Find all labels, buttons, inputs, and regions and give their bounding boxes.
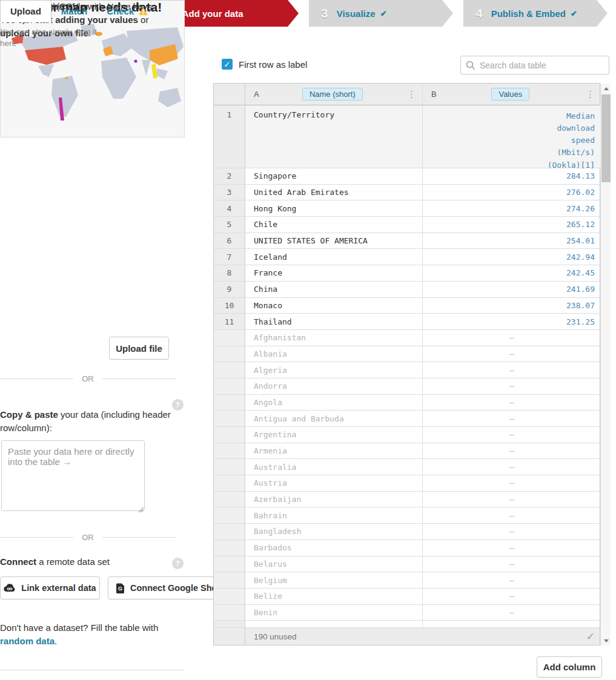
cell-value[interactable]: – (423, 475, 601, 491)
cell-value[interactable]: – (423, 378, 601, 394)
cell-value[interactable]: – (423, 492, 601, 507)
cell-value[interactable]: 274.26 (423, 200, 601, 216)
cell-name[interactable]: Thailand (245, 314, 423, 329)
search-input[interactable] (480, 56, 609, 74)
cell-value[interactable]: – (423, 572, 601, 588)
scroll-up-arrow[interactable] (601, 84, 611, 93)
cell-name[interactable]: United Arab Emirates (245, 185, 423, 200)
table-row[interactable]: 5Chile265.12 (214, 217, 600, 233)
cell-value[interactable]: 241.69 (423, 282, 601, 297)
table-row-unused[interactable]: Australia– (214, 459, 600, 475)
cell-value[interactable]: – (423, 459, 601, 475)
cell-name[interactable]: Australia (245, 459, 423, 475)
cell-name[interactable]: Armenia (245, 443, 423, 459)
cell-name[interactable]: Iceland (245, 249, 423, 265)
cell-name[interactable]: Afghanistan (245, 330, 423, 346)
table-row-unused[interactable]: Barbados– (214, 540, 600, 556)
cell-value[interactable]: 284.13 (423, 168, 601, 184)
connect-google-sheet-button[interactable]: G Connect Google Sheet (108, 576, 213, 599)
column-type-badge[interactable]: Values (491, 88, 529, 101)
cell-value[interactable]: 265.12 (423, 217, 601, 233)
table-row[interactable]: 9China241.69 (214, 282, 600, 298)
cell-name[interactable]: Monaco (245, 298, 423, 314)
cell-name[interactable]: Barbados (245, 540, 423, 556)
table-label-row[interactable]: 1 Country/Territory Median download spee… (214, 105, 600, 168)
table-row-unused[interactable]: Benin– (214, 605, 600, 621)
cell-name[interactable]: Belize (245, 589, 423, 604)
first-row-as-label-toggle[interactable]: ✓ First row as label (222, 59, 307, 70)
cell-value[interactable]: – (423, 362, 601, 378)
column-menu-icon[interactable]: ⋮ (585, 89, 596, 100)
table-row-unused[interactable]: Bangladesh– (214, 524, 600, 540)
table-row-unused[interactable]: Belgium– (214, 572, 600, 589)
cell-name[interactable]: Bangladesh (245, 524, 423, 540)
cell-name[interactable]: Singapore (245, 168, 423, 184)
table-row-unused[interactable]: Antigua and Barbuda– (214, 411, 600, 427)
cell-name[interactable]: Hong Kong (245, 200, 423, 216)
table-row[interactable]: 7Iceland242.94 (214, 249, 600, 265)
table-row[interactable]: 3United Arab Emirates276.02 (214, 185, 600, 201)
cell-value[interactable]: 242.45 (423, 265, 601, 281)
cell-name[interactable]: Argentina (245, 427, 423, 443)
help-icon[interactable]: ? (172, 558, 184, 569)
table-row-unused[interactable]: Armenia– (214, 443, 600, 460)
table-row-unused[interactable]: Argentina– (214, 427, 600, 443)
cell-value[interactable]: – (423, 427, 601, 443)
column-menu-icon[interactable]: ⋮ (406, 89, 417, 100)
cell-name[interactable]: Algeria (245, 362, 423, 378)
column-type-badge[interactable]: Name (short) (302, 88, 363, 101)
table-row-unused[interactable]: Albania– (214, 346, 600, 363)
cell-value[interactable]: 238.07 (423, 298, 601, 314)
cell-name[interactable]: Belarus (245, 556, 423, 572)
add-column-button[interactable]: Add column (537, 656, 602, 678)
cell-name[interactable]: Chile (245, 217, 423, 233)
random-data-link[interactable]: random data (0, 636, 55, 646)
checkbox-checked-icon[interactable]: ✓ (222, 59, 233, 70)
step-publish-embed[interactable]: 4 Publish & Embed ✔ (463, 0, 608, 27)
table-row-unused[interactable]: Angola– (214, 395, 600, 411)
cell-value[interactable]: – (423, 540, 601, 556)
table-row[interactable]: 6UNITED STATES OF AMERICA254.01 (214, 233, 600, 249)
cell-value[interactable]: – (423, 524, 601, 540)
table-scrollbar[interactable] (600, 84, 611, 645)
cell-name[interactable]: Azerbaijan (245, 492, 423, 507)
table-row-unused[interactable]: Afghanistan– (214, 330, 600, 346)
link-external-data-button[interactable]: Link external data (0, 576, 100, 599)
cell-value[interactable]: – (423, 330, 601, 346)
cell-value[interactable]: – (423, 589, 601, 604)
cell-value[interactable]: – (423, 395, 601, 411)
table-row[interactable]: 11Thailand231.25 (214, 314, 600, 330)
cell-name[interactable]: Bahrain (245, 507, 423, 523)
cell-name[interactable]: Belgium (245, 572, 423, 588)
cell-name[interactable]: France (245, 265, 423, 281)
cell-name[interactable]: Austria (245, 475, 423, 491)
unused-summary-row[interactable]: 190 unused ✓ (214, 628, 600, 645)
table-row-unused[interactable]: Belarus– (214, 556, 600, 573)
cell-value[interactable]: – (423, 507, 601, 523)
table-row-unused[interactable]: Belize– (214, 589, 600, 605)
cell-name[interactable]: Antigua and Barbuda (245, 411, 423, 426)
table-row-unused[interactable]: Austria– (214, 475, 600, 492)
table-row[interactable]: 10Monaco238.07 (214, 298, 600, 314)
table-row[interactable]: 4Hong Kong274.26 (214, 200, 600, 217)
table-row-unused[interactable]: Azerbaijan– (214, 492, 600, 508)
cell-value[interactable]: 242.94 (423, 249, 601, 265)
cell-value[interactable]: – (423, 556, 601, 572)
table-row-unused[interactable]: Algeria– (214, 362, 600, 378)
cell-value[interactable]: – (423, 443, 601, 459)
scroll-down-arrow[interactable] (601, 636, 611, 645)
cell-value[interactable]: Median download speed (Mbit/s) (Ookla)[1… (423, 105, 601, 168)
cell-value[interactable]: – (423, 411, 601, 426)
cell-value[interactable]: 231.25 (423, 314, 601, 329)
scrollbar-thumb[interactable] (601, 94, 611, 182)
cell-name[interactable]: Country/Territory (245, 105, 423, 168)
table-row-unused[interactable]: Andorra– (214, 378, 600, 395)
cell-name[interactable]: Albania (245, 346, 423, 362)
cell-name[interactable]: Andorra (245, 378, 423, 394)
upload-file-button[interactable]: Upload file (109, 337, 169, 360)
cell-name[interactable]: Benin (245, 605, 423, 621)
cell-name[interactable]: UNITED STATES OF AMERICA (245, 233, 423, 249)
cell-value[interactable]: 254.01 (423, 233, 601, 249)
cell-value[interactable]: – (423, 605, 601, 621)
confirm-check-icon[interactable]: ✓ (488, 628, 601, 645)
